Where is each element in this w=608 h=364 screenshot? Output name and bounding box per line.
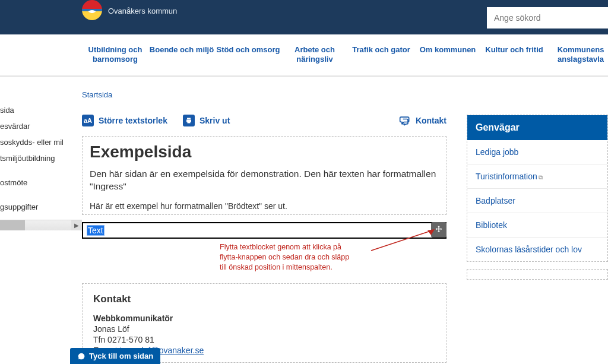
logo-bird-icon (86, 4, 98, 16)
scrollbar-thumb[interactable] (0, 220, 25, 230)
move-icon (434, 225, 444, 235)
tree-item[interactable]: ostmöte (0, 175, 82, 191)
header-subtitle: Ovanåkers kommun (108, 7, 177, 15)
sidebar: Genvägar Lediga jobb Turistinformation⧉ … (467, 115, 608, 280)
contact-label: Kontakt (416, 116, 446, 125)
annotation-text: Flytta textblocket genom att klicka på f… (220, 242, 446, 273)
text-size-icon: aA (82, 115, 94, 126)
text-size-label: Större textstorlek (99, 116, 167, 125)
site-header: Ovanåkers kommun (0, 0, 608, 34)
shortcut-item[interactable]: Turistinformation⧉ (467, 164, 607, 188)
tree-item[interactable]: soskydds- eller mil (0, 134, 82, 150)
page-title: Exempelsida (90, 143, 439, 162)
tree-item[interactable]: gsuppgifter (0, 199, 82, 215)
move-handle[interactable] (431, 222, 446, 238)
page-body: sida esvärdar soskydds- eller mil tsmilj… (0, 77, 608, 363)
speech-bubble-icon (399, 115, 411, 126)
shortcuts-box: Genvägar Lediga jobb Turistinformation⧉ … (467, 115, 608, 262)
nav-item-anslag[interactable]: Kommunens anslagstavla (547, 34, 608, 75)
contact-phone: Tfn 0271-570 81 (93, 335, 435, 344)
search-input[interactable] (487, 7, 608, 29)
text-size-button[interactable]: aA Större textstorlek (82, 115, 167, 126)
scrollbar-arrow-right-icon[interactable]: ▶ (71, 220, 82, 230)
content-column: aA Större textstorlek Skriv ut Kontakt (82, 115, 446, 363)
print-button[interactable]: Skriv ut (183, 115, 230, 126)
contact-name: Jonas Löf (93, 324, 435, 334)
main-column: Startsida aA Större textstorlek Skriv ut (82, 77, 608, 363)
contact-button[interactable]: Kontakt (399, 115, 446, 126)
search-container (487, 7, 608, 29)
shortcut-item[interactable]: Bibliotek (467, 213, 607, 237)
contact-heading: Kontakt (93, 293, 435, 305)
editable-content-block[interactable]: Exempelsida Den här sidan är en exempels… (82, 136, 446, 215)
nav-item-kultur[interactable]: Kultur och fritid (481, 34, 547, 75)
text-block-label: Text (87, 225, 104, 236)
feedback-button[interactable]: Tyck till om sidan (70, 348, 160, 364)
nav-item-trafik[interactable]: Trafik och gator (348, 34, 414, 75)
left-tree-panel: sida esvärdar soskydds- eller mil tsmilj… (0, 77, 82, 363)
nav-item-stod[interactable]: Stöd och omsorg (215, 34, 281, 75)
shortcut-item[interactable]: Badplatser (467, 188, 607, 213)
nav-item-arbete[interactable]: Arbete och näringsliv (281, 34, 348, 75)
shortcuts-heading: Genvägar (467, 115, 607, 140)
header-left: Ovanåkers kommun (82, 0, 177, 20)
tree-item[interactable]: tsmiljöutbildning (0, 150, 82, 166)
tree-item[interactable]: esvärdar (0, 118, 82, 134)
body-text: Här är ett exempel hur formatmallen "Brö… (90, 201, 439, 211)
ingress-text: Den här sidan är en exempelsida för demo… (90, 167, 439, 193)
municipality-logo (82, 0, 102, 20)
primary-nav: Utbildning och barnomsorg Boende och mil… (0, 34, 608, 77)
nav-item-utbildning[interactable]: Utbildning och barnomsorg (82, 34, 148, 75)
shortcut-item[interactable]: Skolornas läsårstider och lov (467, 237, 607, 261)
breadcrumb[interactable]: Startsida (82, 90, 608, 99)
contact-role: Webbkommunikatör (93, 314, 435, 323)
print-icon (183, 115, 195, 126)
tree-item[interactable]: sida (0, 102, 82, 118)
nav-item-boende[interactable]: Boende och miljö (148, 34, 215, 75)
empty-module-slot[interactable] (467, 269, 608, 280)
page-toolbar: aA Större textstorlek Skriv ut Kontakt (82, 115, 446, 126)
external-link-icon: ⧉ (539, 174, 543, 181)
nav-item-om[interactable]: Om kommunen (414, 34, 481, 75)
speech-icon (77, 352, 86, 360)
tree-horizontal-scrollbar[interactable]: ▶ (0, 220, 82, 230)
print-label: Skriv ut (200, 116, 230, 125)
shortcut-item[interactable]: Lediga jobb (467, 140, 607, 164)
feedback-label: Tyck till om sidan (89, 352, 153, 360)
text-block-module[interactable]: Text (82, 222, 446, 239)
